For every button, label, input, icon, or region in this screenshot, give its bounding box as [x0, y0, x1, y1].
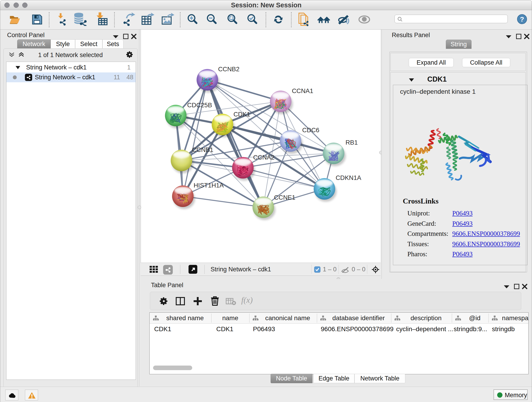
svg-text:CDC25B: CDC25B [187, 102, 212, 109]
svg-text:CCNA2: CCNA2 [253, 154, 274, 161]
svg-text:CCNE1: CCNE1 [274, 194, 295, 201]
svg-text:CDK1: CDK1 [234, 111, 250, 118]
svg-text:CCNA1: CCNA1 [292, 87, 313, 95]
svg-text:HIST1H1A: HIST1H1A [194, 182, 224, 189]
svg-text:CCNB1: CCNB1 [192, 146, 213, 153]
svg-text:CDKN1A: CDKN1A [336, 174, 361, 181]
svg-text:CDC6: CDC6 [302, 127, 319, 134]
svg-text:CCNB2: CCNB2 [218, 65, 239, 73]
svg-text:RB1: RB1 [346, 139, 358, 146]
